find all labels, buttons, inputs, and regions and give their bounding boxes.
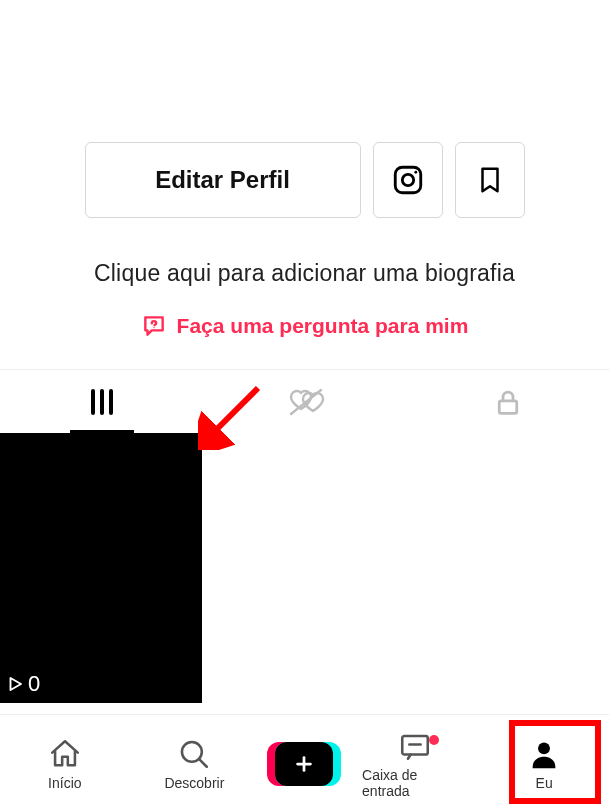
nav-home-label: Início: [48, 775, 81, 791]
instagram-icon: [391, 163, 425, 197]
feed-grid-icon: [91, 389, 113, 415]
edit-profile-button[interactable]: Editar Perfil: [85, 142, 361, 218]
nav-me-label: Eu: [536, 775, 553, 791]
nav-inbox-label: Caixa de entrada: [362, 767, 467, 799]
ask-question-label: Faça uma pergunta para mim: [177, 314, 469, 338]
tab-liked[interactable]: [203, 370, 406, 433]
svg-point-13: [538, 742, 550, 754]
instagram-link-button[interactable]: [373, 142, 443, 218]
svg-line-8: [200, 759, 207, 766]
nav-discover[interactable]: Descobrir: [142, 737, 247, 791]
search-icon: [177, 737, 211, 771]
svg-point-1: [402, 174, 413, 185]
tab-private[interactable]: [406, 370, 609, 433]
svg-rect-0: [395, 167, 421, 193]
svg-rect-5: [499, 400, 517, 413]
edit-profile-label: Editar Perfil: [155, 166, 290, 194]
home-icon: [48, 737, 82, 771]
bio-placeholder[interactable]: Clique aqui para adicionar uma biografia: [0, 260, 609, 287]
nav-home[interactable]: Início: [12, 737, 117, 791]
nav-discover-label: Descobrir: [164, 775, 224, 791]
question-chat-icon: [141, 313, 167, 339]
thumbnail-play-count: 0: [6, 671, 40, 697]
inbox-icon: [398, 729, 432, 763]
bottom-nav: Início Descobrir: [0, 714, 609, 812]
heart-hidden-icon: [285, 386, 325, 418]
profile-actions-row: Editar Perfil: [0, 142, 609, 218]
play-icon: [6, 675, 24, 693]
profile-tabs: [0, 369, 609, 433]
video-thumbnail[interactable]: 0: [0, 433, 202, 703]
svg-point-3: [153, 327, 154, 328]
nav-inbox[interactable]: Caixa de entrada: [362, 729, 467, 799]
play-count-value: 0: [28, 671, 40, 697]
bookmarks-button[interactable]: [455, 142, 525, 218]
bookmark-icon: [475, 163, 505, 197]
notification-dot-icon: [429, 735, 439, 745]
plus-icon: [293, 753, 315, 775]
nav-me[interactable]: Eu: [492, 737, 597, 791]
video-grid: 0: [0, 433, 609, 703]
svg-point-2: [414, 171, 417, 174]
lock-icon: [493, 386, 523, 418]
ask-question-button[interactable]: Faça uma pergunta para mim: [0, 313, 609, 339]
profile-icon: [527, 737, 561, 771]
nav-create-button[interactable]: [271, 742, 337, 786]
tab-feed[interactable]: [0, 370, 203, 433]
